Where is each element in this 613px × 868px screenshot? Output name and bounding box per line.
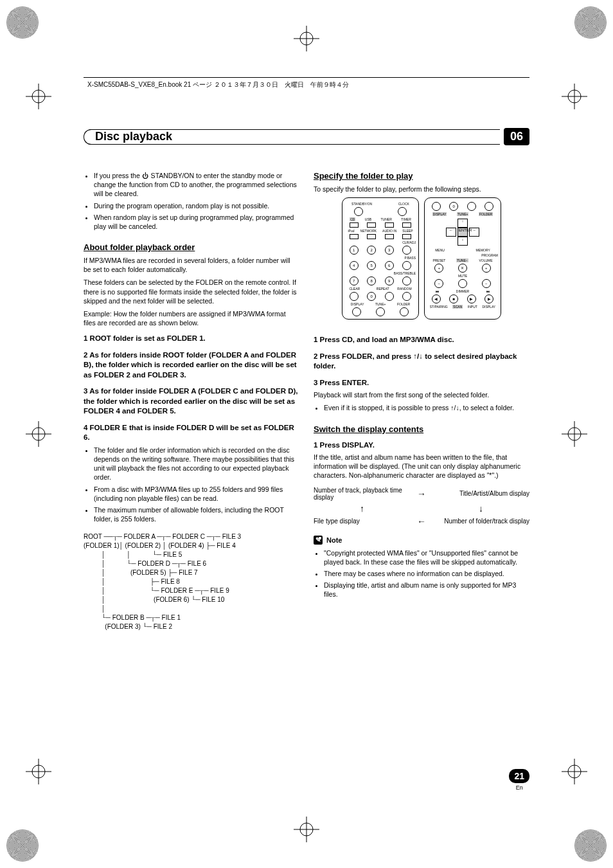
right-step-1: 1 Press CD, and load an MP3/WMA disc. bbox=[314, 335, 529, 345]
page-number-badge: 21 bbox=[509, 769, 529, 783]
intro-bullet: If you press the ⏻ STANDBY/ON to enter t… bbox=[94, 171, 299, 199]
print-corner-tl bbox=[6, 6, 39, 39]
folder-tree-diagram: ROOT ──┬─ FOLDER A ─┬─ FOLDER C ─┬─ FILE… bbox=[84, 532, 299, 631]
section-heading-switch-display: Switch the display contents bbox=[314, 424, 529, 434]
registration-mark-icon bbox=[294, 817, 319, 842]
remote-label: INPUT bbox=[468, 305, 477, 309]
arrow-right-icon: → bbox=[417, 489, 426, 499]
remote-label: ST/PAIRING bbox=[430, 305, 448, 309]
flow-node-d: Number of folder/track display bbox=[432, 518, 529, 525]
page-language-label: En bbox=[516, 784, 523, 791]
right-column: Specify the folder to play To specify th… bbox=[314, 171, 529, 631]
remote-label: TIMER bbox=[401, 217, 411, 221]
remote-label: DIMMER bbox=[456, 289, 469, 293]
remote-label: CLOCK bbox=[398, 202, 409, 206]
running-header: X-SMC55DAB-S_VXE8_En.book 21 ページ ２０１３年７月… bbox=[84, 80, 529, 89]
body-text: If MP3/WMA files are recorded in several… bbox=[84, 256, 299, 274]
remote-label: BASS/TREBLE bbox=[394, 271, 416, 275]
remote-label: CLR/ADJ bbox=[402, 240, 416, 244]
body-text: Playback will start from the first song … bbox=[314, 390, 529, 399]
arrow-up-icon: ↑ bbox=[314, 503, 411, 514]
remote-label: STANDBY/ON bbox=[351, 202, 372, 206]
remote-right-panel: 0 DISPLAYTUNE+FOLDER ↑ ←ENTER→ ↓ MENUMEM… bbox=[424, 197, 501, 320]
remote-label: AUDIO IN bbox=[382, 229, 396, 233]
registration-mark-icon bbox=[26, 421, 51, 447]
remote-label: DISPLAY bbox=[482, 305, 495, 309]
page-footer: 21 En bbox=[509, 769, 529, 791]
print-corner-bl bbox=[6, 829, 39, 862]
step-2: 2 As for folders inside ROOT folder (FOL… bbox=[84, 350, 299, 381]
arrow-left-icon: ← bbox=[417, 516, 426, 527]
remote-label: FOLDER bbox=[397, 302, 410, 306]
step4-bullet-list: The folder and file order information wh… bbox=[84, 446, 299, 523]
right-step-2: 2 Press FOLDER, and press ↑/↓ to select … bbox=[314, 352, 529, 372]
remote-label: MENU bbox=[435, 248, 445, 252]
remote-label: TUNE+ bbox=[375, 302, 386, 306]
intro-bullet: When random play is set up during progra… bbox=[94, 213, 299, 231]
flow-node-b: Title/Artist/Album display bbox=[432, 490, 529, 497]
registration-mark-icon bbox=[26, 759, 51, 784]
remote-label: P.BASS bbox=[405, 256, 416, 260]
remote-dpad: ↑ ←ENTER→ ↓ bbox=[427, 219, 498, 246]
registration-mark-icon bbox=[562, 421, 587, 447]
remote-label: RANDOM bbox=[397, 287, 411, 291]
page-content: X-SMC55DAB-S_VXE8_En.book 21 ページ ２０１３年７月… bbox=[84, 77, 529, 631]
remote-label: PRESET bbox=[432, 258, 445, 262]
body-text: These folders can be selected by the FOL… bbox=[84, 278, 299, 305]
registration-mark-icon bbox=[26, 84, 51, 109]
chapter-title-bar: Disc playback bbox=[84, 129, 500, 145]
right-step-3: 3 Press ENTER. bbox=[314, 378, 529, 388]
remote-label-tuneminus: TUNE− bbox=[456, 258, 468, 262]
registration-mark-icon bbox=[562, 759, 587, 784]
note-label: Note bbox=[326, 536, 342, 544]
step4-bullet: From a disc with MP3/WMA files up to 255… bbox=[94, 485, 299, 503]
remote-label: iPod bbox=[348, 229, 355, 233]
intro-bullet-list: If you press the ⏻ STANDBY/ON to enter t… bbox=[84, 171, 299, 231]
remote-label: REPEAT bbox=[377, 287, 389, 291]
note-bullet-list: "Copyright protected WMA files" or "Unsu… bbox=[314, 548, 529, 599]
step-1: 1 ROOT folder is set as FOLDER 1. bbox=[84, 334, 299, 344]
remote-label-tuneplus: TUNE+ bbox=[457, 212, 469, 216]
remote-label: TUNER bbox=[381, 217, 392, 221]
step-3: 3 As for folder inside FOLDER A (FOLDER … bbox=[84, 386, 299, 417]
remote-label: DISPLAY bbox=[351, 302, 364, 306]
remote-label: SCAN bbox=[452, 305, 463, 309]
note-bullet: "Copyright protected WMA files" or "Unsu… bbox=[324, 548, 529, 566]
section-heading-specify-folder: Specify the folder to play bbox=[314, 171, 529, 181]
remote-enter-button: ENTER bbox=[458, 228, 468, 237]
chapter-heading-row: Disc playback 06 bbox=[84, 128, 529, 145]
print-corner-tr bbox=[574, 6, 607, 39]
chapter-title: Disc playback bbox=[95, 130, 172, 143]
chapter-number-badge: 06 bbox=[504, 128, 529, 145]
print-corner-br bbox=[574, 829, 607, 862]
remote-label: CLEAR bbox=[349, 287, 360, 291]
display-flow-diagram: Number of track, playback time display →… bbox=[314, 487, 529, 527]
remote-label: MEMORY bbox=[475, 248, 490, 252]
body-text: To specify the folder to play, perform t… bbox=[314, 185, 529, 194]
flow-node-c: File type display bbox=[314, 518, 411, 525]
header-rule bbox=[84, 77, 529, 78]
remote-left-panel: STANDBY/ONCLOCK CDUSBTUNERTIMER iPodNETW… bbox=[342, 197, 419, 320]
body-text: Example: How the folder numbers are assi… bbox=[84, 309, 299, 327]
right-step3-bullets: Even if it is stopped, it is possible to… bbox=[314, 403, 529, 412]
remote-label-display: DISPLAY bbox=[432, 212, 447, 216]
right-step3-bullet: Even if it is stopped, it is possible to… bbox=[324, 403, 529, 412]
section-heading-folder-order: About folder playback order bbox=[84, 242, 299, 252]
intro-bullet: During the program operation, random pla… bbox=[94, 201, 299, 210]
step4-bullet: The folder and file order information wh… bbox=[94, 446, 299, 482]
note-bullet: There may be cases where no information … bbox=[324, 569, 529, 578]
remote-label: PROGRAM bbox=[481, 253, 498, 257]
remote-label-folder: FOLDER bbox=[479, 212, 493, 216]
note-row: ✎ Note bbox=[314, 536, 529, 545]
registration-mark-icon bbox=[562, 84, 587, 109]
registration-mark-icon bbox=[294, 26, 319, 51]
remote-control-figure: STANDBY/ONCLOCK CDUSBTUNERTIMER iPodNETW… bbox=[314, 197, 529, 326]
note-bullet: Displaying title, artist and album name … bbox=[324, 581, 529, 599]
note-icon: ✎ bbox=[314, 536, 323, 545]
remote-label: SLEEP bbox=[402, 229, 413, 233]
remote-label: VOLUME bbox=[479, 258, 492, 262]
step-4: 4 FOLDER E that is inside FOLDER D will … bbox=[84, 423, 299, 443]
flow-node-a: Number of track, playback time display bbox=[314, 487, 411, 501]
arrow-down-icon: ↓ bbox=[432, 503, 529, 514]
remote-label-cd: CD bbox=[350, 217, 355, 221]
